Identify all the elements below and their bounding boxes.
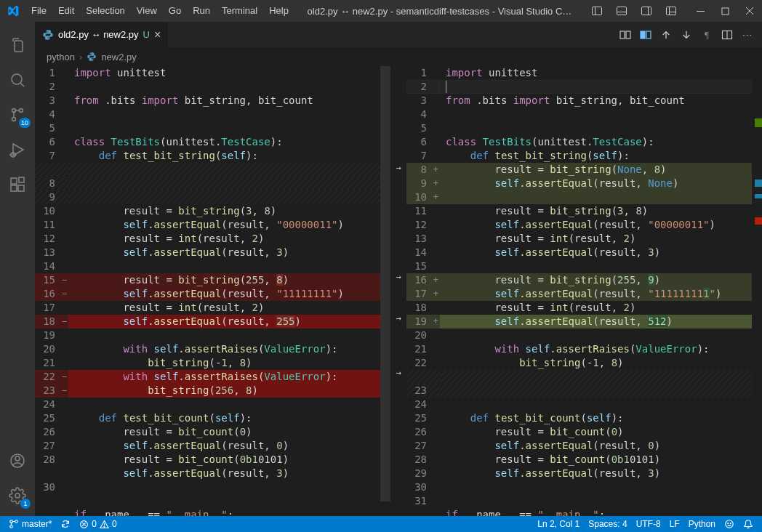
svg-rect-22 xyxy=(11,178,17,184)
tabs-bar: old2.py ↔ new2.py U × ¶ ··· xyxy=(35,22,762,47)
explorer-icon[interactable] xyxy=(0,28,35,63)
modified-pane[interactable]: 12345678910111213141516171819202122 2324… xyxy=(406,66,762,516)
menu-bar: File Edit Selection View Go Run Terminal… xyxy=(25,0,294,22)
window-controls xyxy=(688,0,762,22)
status-feedback-icon[interactable] xyxy=(720,516,739,532)
svg-point-13 xyxy=(12,74,22,84)
svg-rect-9 xyxy=(697,11,705,12)
minimize-icon[interactable] xyxy=(688,0,713,22)
toggle-whitespace-icon[interactable]: ¶ xyxy=(697,22,717,47)
diff-tab[interactable]: old2.py ↔ new2.py U × xyxy=(35,22,169,47)
source-control-icon[interactable]: 10 xyxy=(0,97,35,132)
prev-change-icon[interactable] xyxy=(656,22,676,47)
settings-gear-icon[interactable]: 1 xyxy=(0,478,35,513)
more-actions-icon[interactable]: ··· xyxy=(737,22,758,47)
svg-rect-4 xyxy=(642,7,651,15)
python-file-icon xyxy=(42,29,54,41)
layout-controls xyxy=(585,0,683,22)
menu-go[interactable]: Go xyxy=(163,0,187,22)
next-change-icon[interactable] xyxy=(676,22,697,47)
original-overview-ruler xyxy=(380,66,390,516)
svg-rect-30 xyxy=(626,31,630,39)
original-gutter: 1234567 89101112131415161718192021222324… xyxy=(35,66,68,516)
editor-area: old2.py ↔ new2.py U × ¶ ··· python › new… xyxy=(35,22,762,516)
svg-rect-31 xyxy=(641,31,645,39)
svg-rect-0 xyxy=(593,7,602,15)
status-bar: master* 0 0 Ln 2, Col 1 Spaces: 4 UTF-8 … xyxy=(0,516,762,532)
accounts-icon[interactable] xyxy=(0,443,35,478)
svg-point-44 xyxy=(728,523,729,524)
svg-point-27 xyxy=(15,456,20,461)
search-icon[interactable] xyxy=(0,63,35,97)
status-problems[interactable]: 0 0 xyxy=(75,516,121,532)
title-bar: File Edit Selection View Go Run Terminal… xyxy=(0,0,762,22)
svg-rect-25 xyxy=(19,177,24,182)
svg-point-42 xyxy=(104,526,105,527)
chevron-right-icon: › xyxy=(79,52,82,63)
diff-editor[interactable]: 1234567 89101112131415161718192021222324… xyxy=(35,66,762,516)
toggle-panel-right-icon[interactable] xyxy=(634,0,659,22)
menu-run[interactable]: Run xyxy=(187,0,216,22)
menu-selection[interactable]: Selection xyxy=(80,0,130,22)
breadcrumb-file[interactable]: new2.py xyxy=(101,52,136,63)
svg-point-28 xyxy=(15,493,20,498)
svg-rect-32 xyxy=(646,31,651,39)
editor-actions: ¶ ··· xyxy=(615,22,762,47)
app-logo-icon xyxy=(0,5,25,17)
menu-file[interactable]: File xyxy=(25,0,52,22)
svg-point-43 xyxy=(726,520,734,528)
toggle-panel-bottom-icon[interactable] xyxy=(609,0,634,22)
svg-point-36 xyxy=(10,525,13,528)
original-code[interactable]: import unittest from .bits import bit_st… xyxy=(68,66,380,516)
svg-rect-29 xyxy=(620,31,625,39)
status-branch[interactable]: master* xyxy=(4,516,56,532)
minimap[interactable] xyxy=(752,66,762,516)
scm-badge: 10 xyxy=(19,118,31,128)
svg-rect-2 xyxy=(617,7,627,15)
close-icon[interactable] xyxy=(737,0,762,22)
customize-layout-icon[interactable] xyxy=(659,0,683,22)
maximize-icon[interactable] xyxy=(713,0,737,22)
status-indent[interactable]: Spaces: 4 xyxy=(584,516,631,532)
split-editor-icon[interactable] xyxy=(717,22,737,47)
menu-view[interactable]: View xyxy=(131,0,163,22)
toggle-panel-left-icon[interactable] xyxy=(585,0,609,22)
tab-close-icon[interactable]: × xyxy=(154,28,161,41)
svg-line-14 xyxy=(20,83,24,86)
window-title: old2.py ↔ new2.py - semanticdiff-testcas… xyxy=(294,6,585,17)
status-encoding[interactable]: UTF-8 xyxy=(632,516,665,532)
menu-terminal[interactable]: Terminal xyxy=(216,0,263,22)
svg-point-17 xyxy=(12,118,16,121)
breadcrumb[interactable]: python › new2.py xyxy=(35,47,762,66)
breadcrumb-folder[interactable]: python xyxy=(47,52,75,63)
menu-edit[interactable]: Edit xyxy=(52,0,80,22)
activity-bar: 10 1 xyxy=(0,22,35,516)
status-cursor[interactable]: Ln 2, Col 1 xyxy=(533,516,584,532)
svg-point-15 xyxy=(20,109,23,113)
run-debug-icon[interactable] xyxy=(0,132,35,167)
svg-rect-24 xyxy=(18,185,24,191)
toggle-inline-icon[interactable] xyxy=(635,22,656,47)
svg-point-37 xyxy=(15,520,18,523)
status-sync-icon[interactable] xyxy=(56,516,75,532)
svg-rect-6 xyxy=(667,7,676,15)
settings-badge: 1 xyxy=(20,499,31,509)
svg-rect-23 xyxy=(11,185,17,191)
python-file-icon xyxy=(87,52,97,62)
tab-label: old2.py ↔ new2.py xyxy=(58,29,139,40)
status-bell-icon[interactable] xyxy=(739,516,758,532)
svg-rect-10 xyxy=(722,8,729,15)
status-eol[interactable]: LF xyxy=(665,516,684,532)
compare-swap-icon[interactable] xyxy=(615,22,635,47)
original-pane[interactable]: 1234567 89101112131415161718192021222324… xyxy=(35,66,390,516)
diff-arrows: →→→→ xyxy=(390,66,406,516)
status-language[interactable]: Python xyxy=(684,516,720,532)
tab-scm-status: U xyxy=(143,29,150,40)
workbench: 10 1 old2.py ↔ new2.py U xyxy=(0,22,762,516)
modified-gutter: 12345678910111213141516171819202122 2324… xyxy=(406,66,440,516)
modified-code[interactable]: import unittestfrom .bits import bit_str… xyxy=(440,66,752,516)
svg-point-45 xyxy=(730,523,731,524)
extensions-icon[interactable] xyxy=(0,167,35,202)
menu-help[interactable]: Help xyxy=(263,0,294,22)
